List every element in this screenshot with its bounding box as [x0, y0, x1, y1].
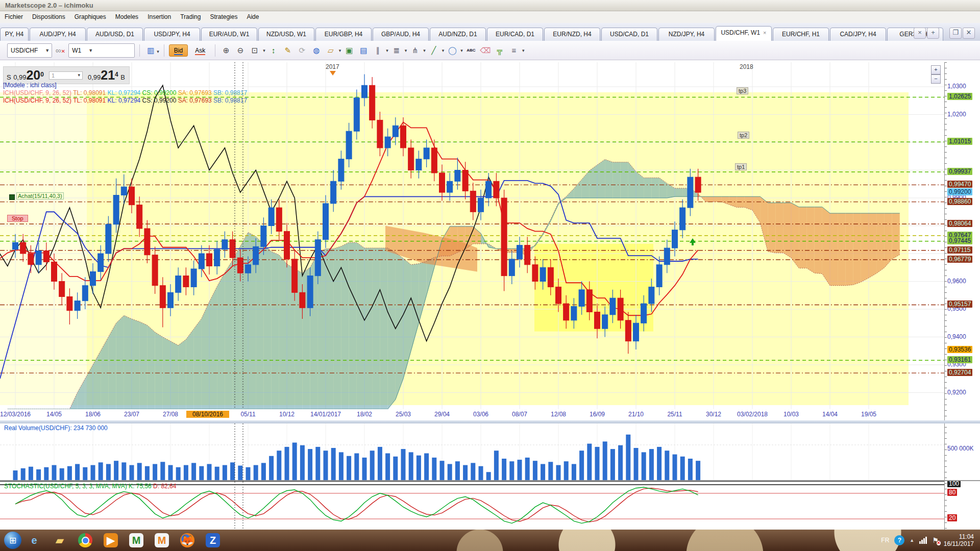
volume-bar	[486, 472, 491, 480]
menu-item-graphiques[interactable]: Graphiques	[70, 11, 111, 22]
tray-expand-icon[interactable]: ▲	[910, 538, 914, 543]
menu-item-modeles[interactable]: Modeles	[111, 11, 143, 22]
menu-item-strategies[interactable]: Strategies	[205, 11, 242, 22]
tab-eur-nzd-h4[interactable]: EUR/NZD, H4	[544, 28, 600, 41]
candle-body	[478, 198, 484, 212]
chevron-down-icon[interactable]: ▾	[522, 48, 525, 53]
fan-lines-icon[interactable]: ⋔	[409, 44, 421, 57]
media-player-icon[interactable]: ▶	[101, 532, 121, 549]
firefox-icon[interactable]: 🦊	[177, 532, 198, 549]
app-m2-icon[interactable]: M	[152, 532, 172, 549]
trendline-icon[interactable]: ╱	[428, 44, 440, 57]
more-options-icon[interactable]: ≡	[508, 44, 520, 57]
clock[interactable]: 11:0416/11/2017	[944, 533, 974, 547]
chart-collapse-button[interactable]: −	[931, 74, 941, 84]
text-abc-icon[interactable]: ABC	[465, 44, 477, 57]
pin-lines-icon[interactable]: ∥	[372, 44, 384, 57]
chart-expand-button[interactable]: +	[931, 65, 941, 74]
date-label-highlighted[interactable]: 08/10/2016	[186, 411, 229, 418]
bid-button[interactable]: Bid	[169, 44, 188, 57]
tab-eur-chf-h1[interactable]: EUR/CHF, H1	[773, 28, 829, 41]
price-axis[interactable]: 1,03001,026251,02001,010150,999370,99470…	[944, 62, 980, 532]
image-frame-icon[interactable]: ▤	[357, 44, 370, 57]
folder-icon[interactable]: ▰	[50, 532, 70, 549]
stochastic-pane[interactable]: STOCHASTIC(USD/CHF, 5, 3, 3, MVA, MVA) K…	[0, 481, 944, 529]
new-tab-button[interactable]: +	[927, 28, 939, 39]
cloud-segment	[132, 319, 139, 409]
zoom-in-icon[interactable]: ⊕	[220, 44, 232, 57]
tab-eur-cad-d1[interactable]: EUR/CAD, D1	[487, 28, 543, 41]
ruler-icon[interactable]: ▱	[325, 44, 337, 57]
symbol-select[interactable]: USD/CHF ▼	[7, 43, 52, 58]
window-close-button[interactable]: ✕	[963, 28, 975, 39]
tab-usd-jpy-h4[interactable]: USD/JPY, H4	[144, 28, 200, 41]
network-signal-icon[interactable]	[919, 537, 927, 544]
chevron-down-icon[interactable]: ▾	[263, 48, 265, 53]
candle-body	[439, 173, 445, 192]
window-restore-button[interactable]: ❐	[949, 28, 962, 39]
chrome-icon[interactable]	[75, 532, 95, 549]
tab-usd-cad-d1[interactable]: USD/CAD, D1	[601, 28, 657, 41]
candle-body	[207, 254, 212, 266]
volume-bar	[603, 441, 607, 480]
start-button[interactable]: ⊞	[4, 532, 21, 549]
tab-aud-jpy-h4[interactable]: AUD/JPY, H4	[30, 28, 86, 41]
zoom-out-icon[interactable]: ⊖	[234, 44, 247, 57]
sell-price-big[interactable]: 20	[26, 68, 40, 83]
date-label[interactable]: 19/05	[846, 411, 892, 418]
ask-button[interactable]: Ask	[190, 44, 210, 57]
annotate-icon[interactable]: ✎	[282, 44, 294, 57]
chevron-down-icon[interactable]: ▾	[339, 48, 341, 53]
refresh-icon[interactable]: ⟳	[296, 44, 308, 57]
app-z-icon[interactable]: Z	[203, 532, 223, 549]
tab-py-h4[interactable]: PY, H4	[0, 28, 29, 41]
menu-item-trading[interactable]: Trading	[176, 11, 205, 22]
strategy-tree-icon[interactable]: ╦	[494, 44, 506, 57]
tab-list-close-button[interactable]: ×	[914, 28, 926, 39]
folder-icon-glyph: ▰	[53, 533, 67, 547]
chevron-down-icon[interactable]: ▾	[423, 48, 426, 53]
menu-item-fichier[interactable]: Fichier	[0, 11, 28, 22]
volume-bar	[230, 462, 235, 480]
ellipse-icon[interactable]: ◯	[446, 44, 458, 57]
add-image-icon[interactable]: ▣	[343, 44, 355, 57]
candle-body	[393, 126, 398, 137]
fit-vertical-icon[interactable]: ↕	[267, 44, 280, 57]
tab-aud-usd-d1[interactable]: AUD/USD, D1	[87, 28, 143, 41]
zoom-area-icon[interactable]: ⊡	[249, 44, 261, 57]
help-icon[interactable]: ?	[894, 535, 904, 545]
chevron-down-icon[interactable]: ▾	[405, 48, 407, 53]
tab-nzd-usd-w1[interactable]: NZD/USD, W1	[258, 28, 314, 41]
amount-input[interactable]: 1 ▾	[49, 71, 83, 80]
fibonacci-list-icon[interactable]: ≣	[390, 44, 403, 57]
tab-usd-chf-w1[interactable]: USD/CHF, W1×	[716, 26, 772, 41]
tab-close-icon[interactable]: ×	[763, 30, 766, 36]
internet-explorer-icon[interactable]: e	[24, 532, 44, 549]
menu-item-dispositions[interactable]: Dispositions	[28, 11, 70, 22]
tab-eur-gbp-h4[interactable]: EUR/GBP, H4	[315, 28, 372, 41]
buy-price-big[interactable]: 21	[101, 68, 115, 83]
unlink-icon[interactable]: ∞✕	[54, 44, 66, 57]
tab-eur-aud-w1[interactable]: EUR/AUD, W1	[201, 28, 257, 41]
menu-item-insertion[interactable]: Insertion	[143, 11, 176, 22]
price-chart-pane[interactable]: S 0,99 20 0 1 ▾ 0,99 21 4 B [Modele : ic…	[0, 62, 944, 409]
tab-aud-nzd-d1[interactable]: AUD/NZD, D1	[430, 28, 486, 41]
period-select[interactable]: W1 ▼	[68, 43, 135, 58]
menu-item-aide[interactable]: Aide	[242, 11, 263, 22]
chevron-down-icon[interactable]: ▾	[386, 48, 388, 53]
chart-type-icon[interactable]: ▥	[144, 44, 157, 57]
chevron-down-icon[interactable]: ▾	[460, 48, 463, 53]
language-indicator[interactable]: FR	[881, 537, 889, 544]
volume-bar	[618, 445, 623, 480]
chevron-down-icon[interactable]: ▾	[442, 48, 445, 53]
app-m1-icon[interactable]: M	[126, 532, 146, 549]
action-center-flag-icon[interactable]: ⚑	[932, 536, 939, 544]
date-axis[interactable]: 12/03/201614/0518/0623/0727/0808/10/2016…	[0, 409, 944, 420]
volume-pane[interactable]: Real Volume(USD/CHF): 234 730 000	[0, 423, 944, 480]
tab-nzd-jpy-h4[interactable]: NZD/JPY, H4	[658, 28, 715, 41]
eraser-icon[interactable]: ⌫	[479, 44, 492, 57]
chevron-down-icon[interactable]: ▾	[157, 49, 159, 54]
tab-cad-jpy-h4[interactable]: CAD/JPY, H4	[830, 28, 886, 41]
globe-icon[interactable]: ◍	[310, 44, 323, 57]
tab-gbp-aud-h4[interactable]: GBP/AUD, H4	[373, 28, 429, 41]
